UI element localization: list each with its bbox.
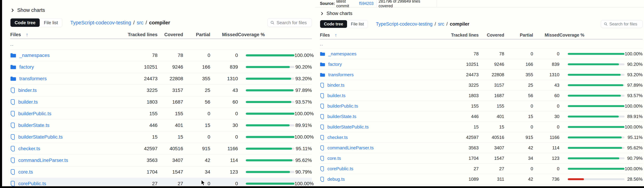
file-link[interactable]: transformers: [328, 72, 354, 78]
header-files[interactable]: Files: [320, 32, 330, 38]
file-link[interactable]: builder.ts: [328, 93, 346, 98]
file-link[interactable]: core.ts: [18, 169, 33, 175]
covered-value: 1547: [158, 169, 183, 175]
table-row[interactable]: builderState.ts 446 401 15 30 89.91%: [10, 120, 312, 131]
table-row[interactable]: corePublic.ts 27 27 0 0 100.00%: [10, 178, 312, 186]
file-link[interactable]: commandLineParser.ts: [18, 158, 68, 163]
coverage-bar-fill: [568, 105, 624, 107]
table-row[interactable]: builderPublic.ts 155 155 0 0 100.00%: [320, 101, 642, 112]
folder-icon: [10, 64, 16, 70]
table-row[interactable]: factory 10251 9246 166 839 90.20%: [10, 61, 312, 73]
header-covered[interactable]: Covered: [479, 32, 504, 38]
table-row[interactable]: builder.ts 1803 1687 56 60 93.57%: [10, 96, 312, 108]
table-row[interactable]: _namespaces 78 78 0 0 100.00%: [320, 49, 642, 59]
table-row[interactable]: debug.ts 1089 311 42 736 28.56%: [320, 174, 642, 184]
file-link[interactable]: checker.ts: [328, 135, 348, 140]
table-row[interactable]: builderStatePublic.ts 15 15 0 0 100.00%: [10, 131, 312, 143]
show-charts-toggle[interactable]: Show charts: [10, 7, 45, 13]
covered-value: 9246: [158, 64, 183, 70]
file-link[interactable]: corePublic.ts: [328, 166, 353, 172]
file-link[interactable]: commandLineParser.ts: [328, 145, 374, 150]
header-files[interactable]: Files: [10, 32, 21, 38]
sort-ascending-icon[interactable]: ↑: [26, 32, 28, 38]
tab-file-list[interactable]: File list: [347, 20, 368, 28]
file-icon: [10, 88, 15, 93]
table-row[interactable]: builderPublic.ts 155 155 0 0 100.00%: [10, 108, 312, 120]
breadcrumb-repo-link[interactable]: TypeScript-codecov-testing: [376, 22, 432, 27]
file-icon: [320, 83, 324, 88]
file-link[interactable]: debug.ts: [328, 176, 345, 182]
breadcrumb-src-link[interactable]: src: [438, 22, 444, 27]
header-partial[interactable]: Partial: [183, 32, 210, 38]
tab-file-list[interactable]: File list: [40, 18, 62, 27]
covered-value: 1687: [479, 93, 504, 98]
table-row[interactable]: checker.ts 42597 40516 915 1166 95.11%: [10, 143, 312, 154]
file-link[interactable]: binder.ts: [328, 82, 344, 88]
header-partial[interactable]: Partial: [504, 32, 533, 38]
file-link[interactable]: factory: [19, 64, 34, 70]
header-coverage[interactable]: Coverage %: [238, 32, 312, 38]
header-tracked-lines[interactable]: Tracked lines: [437, 32, 479, 38]
table-row[interactable]: transformers 24473 22808 355 1310 93.20%: [10, 73, 312, 84]
file-link[interactable]: builderPublic.ts: [18, 111, 51, 116]
table-row[interactable]: builderState.ts 446 401 15 30 89.91%: [320, 112, 642, 122]
file-link[interactable]: checker.ts: [18, 146, 40, 152]
coverage-bar-fill: [246, 159, 292, 161]
table-row[interactable]: _namespaces 78 78 0 0 100.00%: [10, 50, 312, 61]
table-row[interactable]: commandLineParser.ts 3563 3407 42 114 95…: [10, 154, 312, 166]
header-coverage[interactable]: Coverage %: [560, 32, 642, 38]
file-link[interactable]: core.ts: [328, 156, 341, 161]
show-charts-label: Show charts: [326, 11, 352, 16]
header-missed[interactable]: Missed: [210, 32, 238, 38]
show-charts-toggle[interactable]: Show charts: [320, 11, 352, 16]
file-link[interactable]: factory: [328, 62, 342, 67]
sort-ascending-icon[interactable]: ↑: [335, 32, 337, 38]
table-row[interactable]: builder.ts 1803 1687 56 60 93.57%: [320, 90, 642, 101]
file-icon: [10, 99, 15, 105]
file-link[interactable]: builder.ts: [18, 99, 38, 105]
file-link[interactable]: builderState.ts: [18, 122, 50, 128]
table-row[interactable]: ..: [320, 39, 642, 49]
header-covered[interactable]: Covered: [158, 32, 183, 38]
tab-code-tree[interactable]: Code tree: [10, 18, 40, 27]
tracked-lines-value: 42597: [437, 135, 479, 140]
table-row[interactable]: commandLineParser.ts 3563 3407 42 114 95…: [320, 143, 642, 153]
coverage-percent: 89.91%: [624, 114, 642, 119]
file-link[interactable]: builderStatePublic.ts: [18, 134, 63, 140]
breadcrumb-repo-link[interactable]: TypeScript-codecov-testing: [70, 20, 131, 26]
commit-link[interactable]: f594203: [359, 1, 374, 6]
table-row[interactable]: core.ts 1704 1547 34 123 90.79%: [320, 153, 642, 164]
header-tracked-lines[interactable]: Tracked lines: [116, 32, 158, 38]
coverage-percent: 100.00%: [294, 52, 314, 58]
file-link[interactable]: ..: [320, 41, 323, 47]
file-link[interactable]: corePublic.ts: [18, 181, 46, 186]
table-row[interactable]: corePublic.ts 27 27 0 0 100.00%: [320, 164, 642, 174]
table-row[interactable]: builderStatePublic.ts 15 15 0 0 100.00%: [320, 122, 642, 132]
table-row[interactable]: binder.ts 3225 3157 25 43 97.89%: [320, 80, 642, 90]
file-link[interactable]: builderPublic.ts: [328, 104, 358, 109]
partial-value: 355: [504, 72, 533, 78]
table-row[interactable]: core.ts 1704 1547 34 123 90.79%: [10, 166, 312, 178]
table-row[interactable]: ..: [10, 39, 312, 50]
covered-value: 22808: [479, 72, 504, 78]
file-link[interactable]: _namespaces: [19, 52, 50, 58]
file-link[interactable]: _namespaces: [328, 51, 356, 56]
breadcrumb-current: compiler: [450, 22, 470, 27]
breadcrumb-src-link[interactable]: src: [137, 20, 144, 26]
file-link[interactable]: builderState.ts: [328, 114, 356, 119]
file-icon: [320, 156, 324, 161]
table-row[interactable]: factory 10251 9246 166 839 90.20%: [320, 59, 642, 70]
tab-code-tree[interactable]: Code tree: [320, 20, 347, 28]
table-row[interactable]: checker.ts 42597 40516 915 1166 95.11%: [320, 132, 642, 143]
table-row[interactable]: transformers 24473 22808 355 1310 93.20%: [320, 70, 642, 80]
file-link[interactable]: ..: [10, 42, 14, 47]
breadcrumb-separator: /: [446, 22, 448, 27]
header-missed[interactable]: Missed: [533, 32, 560, 38]
file-link[interactable]: transformers: [19, 76, 47, 82]
file-icon: [320, 166, 324, 172]
tracked-lines-value: 3563: [116, 158, 158, 163]
file-link[interactable]: builderStatePublic.ts: [328, 124, 369, 130]
missed-value: 0: [210, 181, 238, 186]
table-row[interactable]: binder.ts 3225 3157 25 43 97.89%: [10, 84, 312, 96]
file-link[interactable]: binder.ts: [18, 88, 37, 93]
